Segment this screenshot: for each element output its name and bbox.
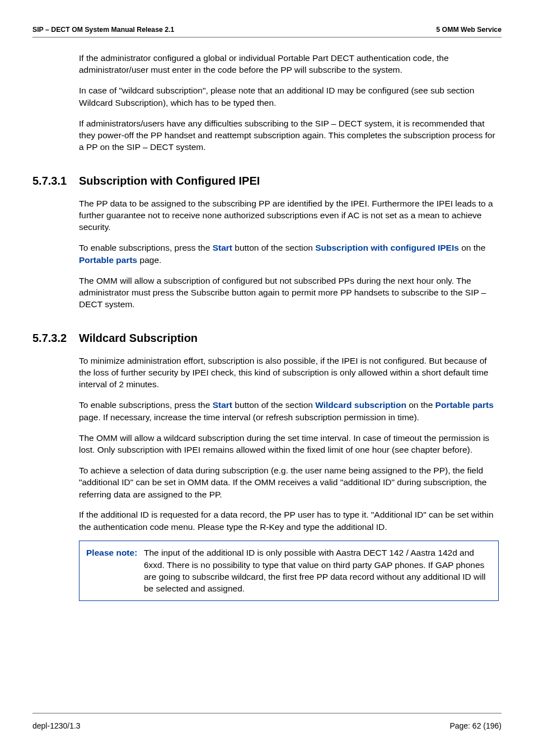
s2-p2-mid1: button of the section bbox=[232, 400, 315, 410]
link-start-1[interactable]: Start bbox=[213, 243, 232, 252]
section-heading-2: 5.7.3.2 Wildcard Subscription bbox=[32, 332, 502, 345]
header-left: SIP – DECT OM System Manual Release 2.1 bbox=[32, 26, 174, 34]
s2-p5: If the additional ID is requested for a … bbox=[79, 509, 499, 533]
document-page: SIP – DECT OM System Manual Release 2.1 … bbox=[0, 0, 534, 756]
link-subscription-configured-ipeis[interactable]: Subscription with configured IPEIs bbox=[315, 243, 459, 252]
page-header: SIP – DECT OM System Manual Release 2.1 … bbox=[32, 26, 502, 37]
s1-p2-mid1: button of the section bbox=[232, 243, 315, 252]
footer-left: depl-1230/1.3 bbox=[32, 721, 81, 730]
section-2-body: To minimize administration effort, subsc… bbox=[79, 355, 499, 601]
header-right: 5 OMM Web Service bbox=[436, 26, 502, 34]
intro-block: If the administrator configured a global… bbox=[79, 52, 499, 153]
section-number-2: 5.7.3.2 bbox=[32, 332, 79, 345]
intro-p3: If administrators/users have any difficu… bbox=[79, 118, 499, 153]
s2-p1: To minimize administration effort, subsc… bbox=[79, 355, 499, 391]
link-wildcard-subscription[interactable]: Wildcard subscription bbox=[315, 400, 406, 410]
section-1-body: The PP data to be assigned to the subscr… bbox=[79, 198, 499, 311]
s1-p2-mid2: on the bbox=[459, 243, 485, 252]
section-number-1: 5.7.3.1 bbox=[32, 175, 79, 187]
section-title-2: Wildcard Subscription bbox=[79, 332, 198, 345]
page-footer: depl-1230/1.3 Page: 62 (196) bbox=[32, 713, 502, 730]
s1-p2-post: page. bbox=[137, 255, 161, 265]
section-heading-1: 5.7.3.1 Subscription with Configured IPE… bbox=[32, 175, 502, 187]
s1-p2: To enable subscriptions, press the Start… bbox=[79, 242, 499, 266]
s2-p2: To enable subscriptions, press the Start… bbox=[79, 399, 499, 423]
s2-p4: To achieve a selection of data during su… bbox=[79, 464, 499, 500]
section-title-1: Subscription with Configured IPEI bbox=[79, 175, 260, 187]
s2-p2-pre: To enable subscriptions, press the bbox=[79, 400, 213, 410]
link-start-2[interactable]: Start bbox=[213, 400, 232, 410]
note-body: The input of the additional ID is only p… bbox=[144, 547, 488, 595]
s1-p2-pre: To enable subscriptions, press the bbox=[79, 243, 213, 252]
intro-p2: In case of "wildcard subscription", plea… bbox=[79, 84, 499, 109]
s2-p3: The OMM will allow a wildcard subscripti… bbox=[79, 432, 499, 456]
please-note-box: Please note:The input of the additional … bbox=[79, 541, 499, 601]
intro-p1: If the administrator configured a global… bbox=[79, 52, 499, 76]
footer-right: Page: 62 (196) bbox=[449, 721, 502, 730]
link-portable-parts-2[interactable]: Portable parts bbox=[435, 400, 494, 410]
link-portable-parts-1[interactable]: Portable parts bbox=[79, 255, 137, 265]
s1-p1: The PP data to be assigned to the subscr… bbox=[79, 198, 499, 233]
s2-p2-mid2: on the bbox=[406, 400, 435, 410]
note-label: Please note: bbox=[86, 547, 144, 558]
s2-p2-post: page. If necessary, increase the time in… bbox=[79, 412, 419, 422]
s1-p3: The OMM will allow a subscription of con… bbox=[79, 275, 499, 311]
